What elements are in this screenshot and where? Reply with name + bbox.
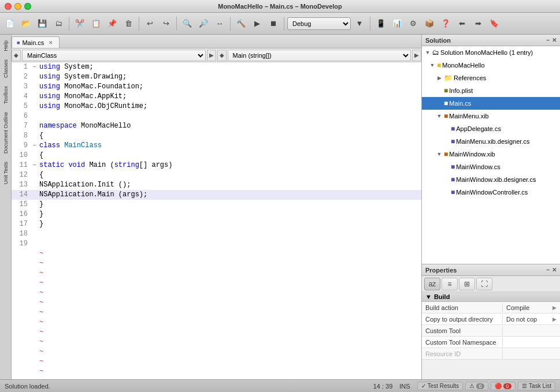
class-select[interactable]: MainClass [22,50,206,61]
next-button[interactable]: ➡ [470,16,485,31]
tree-root-label: Solution MonoMacHello (1 entry) [440,47,533,58]
delete-button[interactable]: 🗑 [121,16,136,31]
plist-file-icon: ■ [444,85,448,96]
code-editor[interactable]: 1 – using System; 2 using System.Drawing… [12,62,421,379]
fold-11[interactable]: – [32,160,39,170]
redo-button[interactable]: ↪ [158,16,173,31]
props-view-btn-1[interactable]: az [424,278,440,290]
code-line-13: 13 NSApplication.Init (); [12,180,421,190]
separator-4 [230,17,231,31]
expand-mainwindow-icon[interactable]: ▼ [436,149,443,159]
expand-references-icon[interactable]: ▶ [436,73,443,83]
expand-root-icon[interactable]: ▼ [424,47,431,58]
save-all-button[interactable]: 🗂 [51,16,66,31]
props-view-btn-4[interactable]: ⛶ [476,278,492,290]
code-line-29: ~ [12,337,421,347]
tree-mainwindowcontroller-cs[interactable]: ■ MainWindowController.cs [422,186,560,199]
test-results-icon: ✓ [421,383,426,389]
sidebar-item-classes[interactable]: Classes [2,56,10,81]
run-button[interactable]: ▶ [250,16,265,31]
build-button[interactable]: 🔨 [233,16,249,31]
fold-9[interactable]: – [32,141,39,151]
test-results-tab[interactable]: ✓ Test Results [417,382,463,390]
find-button[interactable]: 🔍 [180,16,195,31]
tree-mainmenu-xib[interactable]: ▼ ■ MainMenu.xib [422,110,560,122]
references-folder-icon: 📁 [444,73,453,83]
tree-root[interactable]: ▼ 🗂 Solution MonoMacHello (1 entry) [422,46,560,59]
profile-button[interactable]: 📊 [390,16,405,31]
bookmark-button[interactable]: 🔖 [487,16,502,31]
method-nav-left[interactable]: ◆ [217,50,227,61]
props-value-build-action[interactable]: Compile ▶ [503,303,560,312]
tree-appdelegate-cs[interactable]: ■ AppDelegate.cs [422,122,560,135]
tree-mainwindow-xib[interactable]: ▼ ■ MainWindow.xib [422,148,560,160]
settings-button[interactable]: ⚙ [406,16,421,31]
copy-button[interactable]: 📋 [88,16,103,31]
editor-tab-main-cs[interactable]: ■ Main.cs ✕ [12,36,60,48]
solution-tree[interactable]: ▼ 🗂 Solution MonoMacHello (1 entry) ▼ ■ … [422,46,560,264]
sidebar-item-help[interactable]: Help [2,37,10,55]
props-section-build[interactable]: ▼ Build [422,292,560,302]
replace-button[interactable]: ↔ [212,16,227,31]
dropdown-button[interactable]: ▼ [352,16,367,31]
method-nav-right[interactable]: ▶ [412,50,421,61]
tree-mainmenu-designer-cs[interactable]: ■ MainMenu.xib.designer.cs [422,135,560,148]
window-controls[interactable] [5,3,31,10]
code-line-27: ~ [12,318,421,327]
status-bottom-tabs: ✓ Test Results ⚠ 0 🔴 0 ☰ Task List [417,382,555,390]
find-files-button[interactable]: 🔎 [196,16,211,31]
tree-project[interactable]: ▼ ■ MonoMacHello [422,59,560,72]
new-button[interactable]: 📄 [2,16,17,31]
open-button[interactable]: 📂 [18,16,34,31]
panel-close-icon[interactable]: ✕ [552,37,557,43]
props-arrow-build-action[interactable]: ▶ [552,305,557,311]
sidebar-item-toolbox[interactable]: Toolbox [2,83,10,107]
props-view-btn-2[interactable]: ≡ [442,278,458,290]
prev-button[interactable]: ⬅ [454,16,469,31]
expand-project-icon[interactable]: ▼ [429,60,436,70]
tree-project-label: MonoMacHello [442,60,484,70]
props-value-resource-id [503,353,560,355]
props-row-resource-id: Resource ID [422,348,560,360]
cut-button[interactable]: ✂️ [72,16,87,31]
maximize-button[interactable] [24,3,31,10]
sidebar-item-unit-tests[interactable]: Unit Tests [2,158,10,188]
tree-info-plist[interactable]: ■ Info.plist [422,84,560,97]
warnings-tab[interactable]: ⚠ 0 [465,382,488,390]
props-value-copy-output[interactable]: Do not cop ▶ [503,315,560,324]
method-select[interactable]: Main (string[]) [228,50,411,61]
props-value-custom-tool-ns[interactable] [503,341,560,344]
class-nav-right[interactable]: ▶ [207,50,216,61]
tree-main-cs[interactable]: ■ Main.cs [422,97,560,110]
tree-mainwindow-cs[interactable]: ■ MainWindow.cs [422,160,560,173]
devices-button[interactable]: 📱 [373,16,388,31]
tree-mainwindow-designer-cs[interactable]: ■ MainWindow.xib.designer.cs [422,173,560,186]
code-line-22: ~ [12,268,421,278]
props-value-custom-tool[interactable] [503,330,560,332]
separator-5 [284,17,284,31]
panel-minimize-icon[interactable]: – [546,37,550,43]
props-minimize-icon[interactable]: – [546,267,550,273]
tree-references[interactable]: ▶ 📁 References [422,72,560,84]
sidebar-item-document-outline[interactable]: Document Outline [2,109,10,157]
props-arrow-copy-output[interactable]: ▶ [552,316,557,322]
close-button[interactable] [5,3,12,10]
class-nav-left[interactable]: ◆ [12,50,21,61]
props-label-resource-id: Resource ID [422,349,503,359]
package-button[interactable]: 📦 [422,16,437,31]
code-line-21: ~ [12,259,421,268]
undo-button[interactable]: ↩ [142,16,157,31]
minimize-button[interactable] [14,3,21,10]
task-list-tab[interactable]: ☰ Task List [518,382,555,390]
props-close-icon[interactable]: ✕ [552,267,557,273]
errors-tab[interactable]: 🔴 0 [491,382,516,390]
expand-mainmenu-icon[interactable]: ▼ [436,111,443,121]
configuration-select[interactable]: Debug Release [287,17,351,30]
stop-button[interactable]: ⏹ [266,16,281,31]
paste-button[interactable]: 📌 [105,16,120,31]
save-button[interactable]: 💾 [35,16,50,31]
tab-close-icon[interactable]: ✕ [49,40,53,46]
fold-1[interactable]: – [32,62,39,72]
props-view-btn-3[interactable]: ⊞ [459,278,475,290]
help-toolbar-button[interactable]: ❓ [438,16,453,31]
